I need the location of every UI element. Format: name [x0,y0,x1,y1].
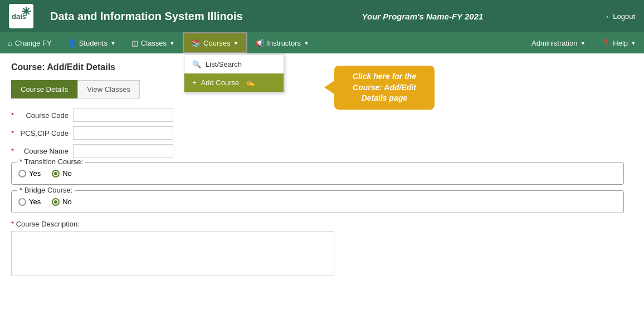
logo-icon: dais [9,4,33,28]
administration-caret-icon: ▼ [580,40,586,46]
nav-item-change-fy[interactable]: ⌂ Change FY [0,32,60,53]
program-name: Your Program's Name-FY 2021 [243,12,603,21]
navbar: ⌂ Change FY 👤 Students ▼ ◫ Classes ▼ 📚 C… [0,32,644,53]
nav-item-students[interactable]: 👤 Students ▼ [60,32,124,53]
pcs-cip-input[interactable] [73,126,173,140]
nav-item-instructors[interactable]: 📢 Instructors ▼ [247,32,317,53]
logo-area: dais [9,4,33,28]
course-description-label: * Course Description: [11,220,633,228]
pcs-cip-row: * PCS,CIP Code [11,126,633,140]
tab-view-classes[interactable]: View Classes [77,80,140,98]
required-star-pcs-cip: * [11,129,14,137]
logout-icon: → [602,12,609,21]
course-name-label: Course Name [18,147,69,155]
megaphone-icon: 📢 [255,39,264,47]
required-star-course-code: * [11,111,14,120]
courses-caret-icon: ▼ [233,40,238,46]
course-name-input[interactable] [73,144,173,157]
plus-icon: + [192,78,197,87]
course-code-label: Course Code [18,111,69,120]
bridge-course-fieldset: * Bridge Course: Yes No [11,190,624,213]
bridge-course-radio-group: Yes No [18,195,617,206]
help-caret-icon: ▼ [631,40,636,46]
callout-container: Click here for the Course: Add/Edit Deta… [323,66,435,110]
pcs-cip-label: PCS,CIP Code [18,129,69,137]
cursor-icon: ✍ [246,78,255,87]
transition-no-option[interactable]: No [52,169,72,178]
transition-yes-option[interactable]: Yes [18,169,41,178]
course-description-textarea[interactable] [11,231,334,275]
tabs: Course Details View Classes [11,80,633,98]
students-caret-icon: ▼ [110,40,116,46]
classes-caret-icon: ▼ [169,40,175,46]
home-icon: ⌂ [8,39,12,47]
bridge-course-legend: * Bridge Course: [17,186,75,194]
nav-item-help[interactable]: ❓ Help ▼ [593,32,644,53]
tab-course-details[interactable]: Course Details [11,80,77,98]
logout-button[interactable]: → Logout [602,12,635,21]
bridge-yes-radio[interactable] [18,198,26,206]
transition-yes-radio[interactable] [18,170,26,178]
course-code-input[interactable] [73,109,173,122]
course-form: * Course Code * PCS,CIP Code * Course Na… [11,109,633,277]
page-title: Course: Add/Edit Details [11,62,633,72]
course-description-section: * Course Description: [11,220,633,277]
bridge-no-option[interactable]: No [52,198,72,206]
dropdown-add-course[interactable]: + Add Course ✍ [184,73,284,92]
callout-box: Click here for the Course: Add/Edit Deta… [334,66,435,110]
app-title: Data and Information System Illinois [50,10,243,23]
transition-course-legend: * Transition Course: [17,157,85,166]
course-name-row: * Course Name [11,144,633,157]
table-icon: ◫ [131,39,138,47]
transition-no-radio[interactable] [52,170,60,178]
required-star-course-name: * [11,147,14,155]
person-icon: 👤 [67,39,76,47]
dropdown-list-search[interactable]: 🔍 List/Search [184,55,284,73]
instructors-caret-icon: ▼ [304,40,309,46]
courses-dropdown: 🔍 List/Search + Add Course ✍ [184,55,284,92]
search-icon: 🔍 [192,60,201,68]
nav-item-classes[interactable]: ◫ Classes ▼ [124,32,183,53]
app-header: dais Data and Information System Illinoi… [0,0,644,32]
transition-course-fieldset: * Transition Course: Yes No [11,162,624,185]
question-icon: ❓ [601,39,610,47]
bridge-yes-option[interactable]: Yes [18,198,41,206]
course-code-row: * Course Code [11,109,633,122]
book-icon: 📚 [192,39,201,47]
nav-item-courses[interactable]: 📚 Courses ▼ 🔍 List/Search + Add Course ✍ [183,32,247,53]
main-content: Course: Add/Edit Details Course Details … [0,53,644,292]
transition-course-radio-group: Yes No [18,167,617,178]
nav-item-administration[interactable]: Administration ▼ [524,32,593,53]
bridge-no-radio[interactable] [52,198,60,206]
